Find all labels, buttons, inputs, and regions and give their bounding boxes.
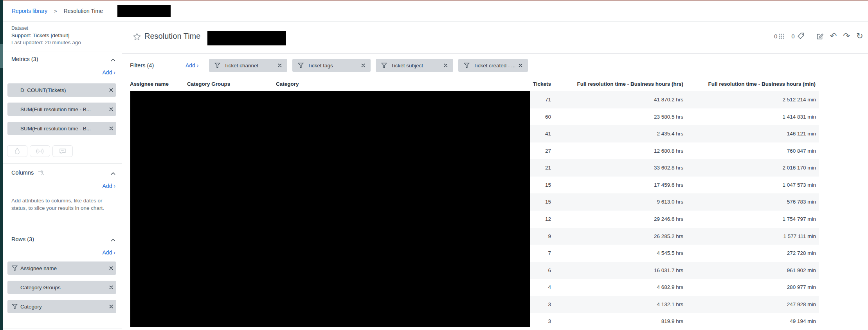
cell-tickets: 7 <box>548 245 551 262</box>
cell-resolution-hrs: 29 246.6 hrs <box>654 211 683 228</box>
filters-bar: Filters (4) Add › Ticket channel Ticket … <box>122 53 868 77</box>
cell-resolution-min: 2 016 170 min <box>782 159 816 177</box>
filter-pill[interactable]: Ticket channel <box>209 59 287 72</box>
row-attribute-pill[interactable]: Assignee name <box>7 261 116 275</box>
grid-icon[interactable] <box>779 34 784 39</box>
metrics-section-title: Metrics (3) <box>11 56 38 62</box>
breadcrumb-link-reports-library[interactable]: Reports library <box>12 8 47 14</box>
cell-tickets: 27 <box>545 142 551 160</box>
tag-icon[interactable] <box>797 32 805 40</box>
remove-icon[interactable] <box>106 126 116 130</box>
undo-icon[interactable]: ↶ <box>830 32 837 40</box>
col-header-resolution-hrs[interactable]: Full resolution time - Business hours (h… <box>577 77 683 91</box>
remove-icon[interactable] <box>106 305 116 308</box>
row-attribute-pill[interactable]: Category <box>7 300 116 313</box>
cell-resolution-hrs: 4 132.1 hrs <box>657 296 683 313</box>
cell-resolution-min: 961 902 min <box>787 262 816 279</box>
remove-icon[interactable] <box>519 63 522 67</box>
remove-icon[interactable] <box>361 63 365 67</box>
remove-icon[interactable] <box>444 63 448 67</box>
cell-tickets: 21 <box>545 159 551 177</box>
cell-resolution-min: 146 121 min <box>787 125 816 142</box>
filter-pill-label: Ticket subject <box>391 63 423 69</box>
remove-icon[interactable] <box>106 107 116 111</box>
droplet-icon[interactable] <box>7 145 27 157</box>
rail-scroll-indicator <box>0 44 3 68</box>
chevron-up-icon[interactable] <box>111 172 115 175</box>
redo-icon[interactable]: ↷ <box>843 32 850 40</box>
col-header-resolution-min[interactable]: Full resolution time - Business hours (m… <box>708 77 816 91</box>
breadcrumb-separator: > <box>54 8 57 14</box>
divider <box>3 328 122 328</box>
report-editor-page: Reports library > Resolution Time Datase… <box>0 0 868 330</box>
cell-resolution-hrs: 33 602.8 hrs <box>654 159 683 177</box>
dataset-last-updated: Last updated: 20 minutes ago <box>11 40 81 45</box>
chevron-up-icon[interactable] <box>111 59 115 61</box>
filter-pill-label: Ticket channel <box>224 63 258 69</box>
divider <box>3 52 122 52</box>
metric-pill-label: SUM(Full resolution time - B... <box>20 126 106 132</box>
filter-pill[interactable]: Ticket subject <box>376 59 453 72</box>
comment-icon[interactable] <box>52 145 73 157</box>
add-metric-button[interactable]: Add › <box>103 69 115 76</box>
funnel-icon <box>214 63 221 68</box>
tags-count: 0 <box>791 33 794 40</box>
breadcrumb: Reports library > Resolution Time <box>3 1 868 22</box>
filter-pill[interactable]: Ticket tags <box>292 59 371 72</box>
remove-icon[interactable] <box>278 63 282 67</box>
cell-resolution-hrs: 12 680.8 hrs <box>654 142 683 160</box>
cell-resolution-min: 1 577 111 min <box>783 228 816 245</box>
columns-title-text: Columns <box>11 170 34 176</box>
chevron-up-icon[interactable] <box>111 239 115 242</box>
row-attribute-pill[interactable]: Category Groups <box>7 281 116 294</box>
add-filter-button[interactable]: Add › <box>185 54 198 78</box>
cell-tickets: 3 <box>548 313 551 330</box>
metric-pill[interactable]: SUM(Full resolution time - B... <box>7 122 116 135</box>
cell-tickets: 41 <box>545 125 551 142</box>
cell-tickets: 15 <box>545 177 551 194</box>
cell-resolution-min: 280 977 min <box>787 279 816 296</box>
refresh-icon[interactable]: ↻ <box>856 32 863 40</box>
left-nav-rail[interactable] <box>0 0 3 330</box>
transpose-icon[interactable] <box>38 170 44 175</box>
cell-tickets: 9 <box>548 228 551 245</box>
cell-resolution-hrs: 2 435.4 hrs <box>657 125 683 142</box>
cell-tickets: 4 <box>548 279 551 296</box>
cell-resolution-min: 272 728 min <box>787 245 816 262</box>
cell-resolution-hrs: 9 613.0 hrs <box>657 193 683 211</box>
metric-pill-label: SUM(Full resolution time - B... <box>20 106 106 112</box>
broadcast-icon[interactable] <box>30 145 50 157</box>
redacted-breadcrumb-text <box>117 5 171 17</box>
cell-tickets: 6 <box>548 262 551 279</box>
remove-icon[interactable] <box>106 266 116 270</box>
cell-resolution-hrs: 17 459.6 hrs <box>654 177 683 194</box>
col-header-category-groups[interactable]: Category Groups <box>187 77 230 91</box>
cell-resolution-min: 247 928 min <box>787 296 816 313</box>
cell-resolution-hrs: 41 870.2 hrs <box>654 91 683 108</box>
col-header-tickets[interactable]: Tickets <box>533 77 551 91</box>
report-actions: 0 0 ↶ ↷ ↻ <box>774 31 863 41</box>
redacted-title-text <box>207 31 286 45</box>
views-count: 0 <box>774 33 777 40</box>
cell-resolution-min: 576 783 min <box>787 193 816 211</box>
edit-icon[interactable] <box>816 32 824 40</box>
dataset-name: Support: Tickets [default] <box>11 32 70 38</box>
cell-resolution-min: 2 512 214 min <box>782 91 816 108</box>
favorite-star-icon[interactable] <box>133 32 141 41</box>
filter-pill-list: Ticket channel Ticket tags Ticket subjec… <box>209 59 528 72</box>
funnel-icon <box>464 63 470 68</box>
table-header: Assignee name Category Groups Category T… <box>0 77 868 91</box>
dataset-label: Dataset <box>11 25 28 31</box>
row-attribute-label: Category Groups <box>20 285 106 290</box>
cell-tickets: 15 <box>545 193 551 211</box>
col-header-category[interactable]: Category <box>276 77 299 91</box>
filter-pill[interactable]: Ticket created - ... <box>458 59 528 72</box>
add-column-button[interactable]: Add › <box>103 183 115 189</box>
cell-resolution-hrs: 16 031.7 hrs <box>654 262 683 279</box>
report-config-sidebar: Dataset Support: Tickets [default] Last … <box>3 22 122 330</box>
columns-section-title: Columns <box>11 170 44 176</box>
add-row-button[interactable]: Add › <box>103 249 115 256</box>
remove-icon[interactable] <box>106 285 116 289</box>
col-header-assignee-name[interactable]: Assignee name <box>130 77 169 91</box>
metric-pill[interactable]: SUM(Full resolution time - B... <box>7 103 116 116</box>
